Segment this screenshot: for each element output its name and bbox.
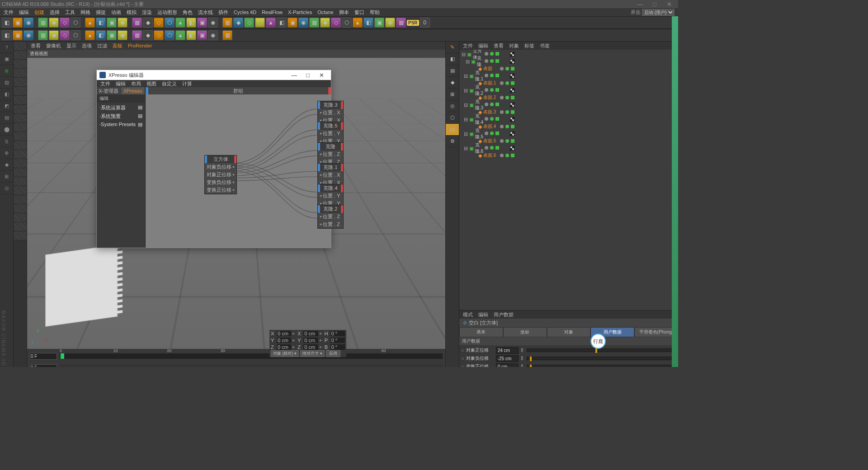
expand-icon[interactable]: ⊟ bbox=[466, 59, 470, 65]
toolbar-button[interactable]: ◉ bbox=[24, 30, 33, 40]
menu-模拟[interactable]: 模拟 bbox=[127, 9, 137, 16]
left-tool-button[interactable]: ◆ bbox=[0, 159, 13, 171]
tree-row[interactable]: ◆表面.4 bbox=[460, 123, 677, 130]
xpresso-maximize[interactable]: □ bbox=[301, 72, 315, 79]
enable-check[interactable] bbox=[495, 88, 499, 92]
tree-row[interactable]: ⊟▣立方体 bbox=[460, 51, 677, 58]
right-tool-button[interactable]: ◆ bbox=[446, 77, 459, 89]
objmgr-menu-对象[interactable]: 对象 bbox=[509, 42, 519, 49]
vis-dot[interactable] bbox=[505, 125, 509, 128]
enable-check[interactable] bbox=[511, 81, 514, 85]
input-port[interactable] bbox=[320, 112, 322, 114]
tree-row[interactable]: ⊟▣克隆.6 bbox=[460, 145, 677, 152]
menu-RealFlow[interactable]: RealFlow bbox=[262, 9, 283, 15]
toolbar-button[interactable]: ◧ bbox=[363, 18, 373, 28]
viewport-menu-显示[interactable]: 显示 bbox=[66, 42, 76, 49]
vis-dot[interactable] bbox=[505, 81, 509, 85]
layer-dot[interactable] bbox=[485, 74, 488, 77]
toolbar-button[interactable]: ▦ bbox=[396, 18, 406, 28]
enable-check[interactable] bbox=[511, 110, 514, 114]
snap-button[interactable] bbox=[14, 168, 27, 177]
vis-dot[interactable] bbox=[490, 103, 494, 106]
vis-dot[interactable] bbox=[490, 88, 494, 92]
vis-dot[interactable] bbox=[490, 146, 494, 150]
attr-slider[interactable] bbox=[527, 365, 676, 367]
right-tool-button[interactable]: ⚙ bbox=[446, 136, 459, 147]
input-port[interactable] bbox=[320, 174, 322, 176]
tree-row[interactable]: ⊟▣克隆 bbox=[460, 58, 677, 65]
viewport-menu-摄像机[interactable]: 摄像机 bbox=[46, 42, 61, 49]
expand-icon[interactable]: ⊟ bbox=[464, 117, 468, 122]
toolbar-button[interactable]: ▣ bbox=[197, 30, 207, 40]
viewport-object[interactable] bbox=[45, 244, 118, 327]
snap-button[interactable] bbox=[14, 159, 27, 168]
xpresso-menu-计算[interactable]: 计算 bbox=[182, 80, 192, 87]
toolbar-button[interactable]: ◇ bbox=[244, 18, 254, 28]
snap-button[interactable] bbox=[14, 87, 27, 96]
spinner-icon[interactable]: ▲▼ bbox=[520, 356, 525, 361]
toolbar-button[interactable]: ◇ bbox=[154, 30, 164, 40]
xpresso-tag-icon[interactable] bbox=[510, 59, 514, 64]
toolbar-button[interactable]: ◆ bbox=[143, 30, 153, 40]
layer-dot[interactable] bbox=[485, 52, 488, 56]
menu-角色[interactable]: 角色 bbox=[183, 9, 193, 16]
xpresso-titlebar[interactable]: XPresso 编辑器 — □ ✕ bbox=[97, 70, 331, 80]
attr-tab-基本[interactable]: 基本 bbox=[459, 327, 503, 337]
tree-row[interactable]: ◆表面.6 bbox=[460, 152, 677, 159]
attr-value-field[interactable]: 24 cm bbox=[496, 347, 519, 354]
toolbar-button[interactable]: ◆ bbox=[143, 18, 153, 28]
toolbar-button[interactable]: ◉ bbox=[385, 18, 395, 28]
xpresso-node-source[interactable]: 立方体对象负位移对象正位移变换负位移变换正位移 bbox=[204, 155, 237, 194]
layout-switcher[interactable]: 界面 启动 (用户) bbox=[631, 9, 675, 16]
vis-dot[interactable] bbox=[490, 59, 494, 63]
vis-dot[interactable] bbox=[490, 132, 494, 135]
xpresso-menu-文件[interactable]: 文件 bbox=[100, 80, 110, 87]
timeline-track[interactable]: 0102030405060 bbox=[60, 353, 443, 359]
toolbar-button[interactable]: ▦ bbox=[309, 18, 319, 28]
viewport-menu-选项[interactable]: 选项 bbox=[82, 42, 92, 49]
left-tool-button[interactable]: ◼ bbox=[0, 65, 13, 77]
coord-field[interactable]: 0 cm bbox=[303, 331, 318, 336]
right-tool-button[interactable]: ⬡ bbox=[446, 112, 459, 124]
xpresso-node[interactable]: 克隆.2位置 . Z位置 . Z bbox=[317, 205, 344, 229]
toolbar-button[interactable]: ◧ bbox=[186, 30, 196, 40]
snap-button[interactable] bbox=[14, 42, 27, 51]
output-port[interactable] bbox=[232, 189, 235, 191]
xpresso-close[interactable]: ✕ bbox=[315, 72, 328, 79]
vis-dot[interactable] bbox=[505, 139, 509, 143]
vis-dot[interactable] bbox=[490, 117, 494, 121]
snap-button[interactable] bbox=[14, 195, 27, 204]
menu-选择[interactable]: 选择 bbox=[50, 9, 60, 16]
toolbar-button[interactable]: ▣ bbox=[288, 18, 297, 28]
maximize-button[interactable]: □ bbox=[647, 1, 662, 8]
toolbar-button[interactable]: ⬡ bbox=[71, 18, 80, 28]
viewport-menu-过滤[interactable]: 过滤 bbox=[97, 42, 107, 49]
output-port[interactable] bbox=[232, 166, 235, 168]
xpresso-menu-视图[interactable]: 视图 bbox=[146, 80, 156, 87]
toolbar-button[interactable]: ◉ bbox=[208, 30, 218, 40]
layer-dot[interactable] bbox=[500, 67, 504, 70]
attr-tab-坐标[interactable]: 坐标 bbox=[503, 327, 547, 337]
menu-Octane[interactable]: Octane bbox=[317, 9, 333, 15]
left-tool-button[interactable]: ◩ bbox=[0, 100, 13, 112]
xpresso-tag-icon[interactable] bbox=[510, 117, 514, 122]
xpresso-side-tab[interactable]: X-管理器 bbox=[97, 87, 121, 94]
toolbar-button[interactable]: ⬡ bbox=[71, 30, 80, 40]
snap-button[interactable] bbox=[14, 231, 27, 240]
toolbar-button[interactable]: ◉ bbox=[118, 30, 127, 40]
coord-field[interactable]: 0 cm bbox=[277, 338, 291, 343]
vis-dot[interactable] bbox=[505, 96, 509, 99]
snap-button[interactable] bbox=[14, 114, 27, 123]
menu-脚本[interactable]: 脚本 bbox=[339, 9, 349, 16]
menu-Cycles 4D[interactable]: Cycles 4D bbox=[234, 9, 256, 15]
toolbar-button[interactable]: ◇ bbox=[60, 18, 70, 28]
enable-check[interactable] bbox=[511, 139, 514, 143]
psr-badge[interactable]: PSR bbox=[407, 20, 419, 26]
expand-icon[interactable]: ⊟ bbox=[464, 88, 468, 94]
tree-row[interactable]: ◆表面 bbox=[460, 65, 677, 72]
layer-dot[interactable] bbox=[500, 96, 504, 99]
toolbar-button[interactable]: ▦ bbox=[222, 30, 232, 40]
coord-field[interactable]: 0 cm bbox=[303, 344, 318, 350]
tree-row[interactable]: ◆表面.2 bbox=[460, 94, 677, 101]
minimize-button[interactable]: — bbox=[633, 1, 647, 8]
